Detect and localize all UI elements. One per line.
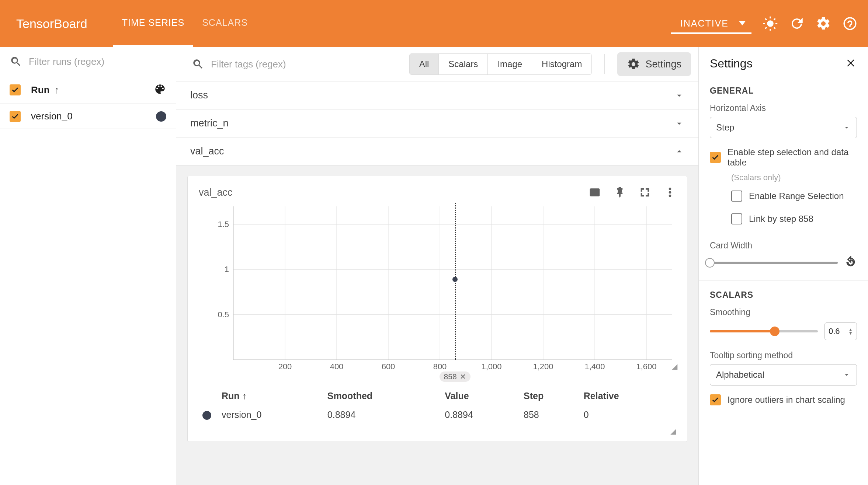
section-scalars-label: SCALARS xyxy=(710,290,857,300)
close-icon[interactable]: ✕ xyxy=(460,372,466,381)
runs-header-label: Run ↑ xyxy=(31,84,143,96)
cell-value: 0.8894 xyxy=(442,406,520,424)
run-checkbox[interactable] xyxy=(10,111,21,122)
settings-panel: Settings GENERAL Horizontal Axis Step En… xyxy=(698,47,868,485)
y-tick: 0.5 xyxy=(218,310,229,320)
checkbox-checked-icon xyxy=(710,394,721,405)
palette-icon[interactable] xyxy=(154,83,166,97)
search-icon xyxy=(192,58,204,70)
fit-icon[interactable] xyxy=(589,186,601,198)
th-value[interactable]: Value xyxy=(442,387,520,405)
checkbox-checked-icon xyxy=(710,152,721,163)
toolbar-divider xyxy=(604,54,605,74)
pill-histogram[interactable]: Histogram xyxy=(532,54,591,74)
run-row[interactable]: version_0 xyxy=(0,104,176,129)
th-step[interactable]: Step xyxy=(521,387,580,405)
svg-point-0 xyxy=(767,20,774,27)
section-general-label: GENERAL xyxy=(710,86,857,96)
row-color-swatch xyxy=(202,411,211,420)
pin-icon[interactable] xyxy=(614,186,626,198)
app-title: TensorBoard xyxy=(16,17,87,31)
card-val-acc: val_acc ◢ 2004006008001,0001,2001,4001,6… xyxy=(187,176,687,442)
tags-filter-input[interactable] xyxy=(211,59,402,70)
reset-icon[interactable] xyxy=(844,256,857,270)
search-icon xyxy=(10,55,22,68)
brightness-icon[interactable] xyxy=(763,16,778,31)
y-tick: 1.5 xyxy=(218,220,229,229)
more-vert-icon[interactable] xyxy=(664,186,676,198)
settings-title: Settings xyxy=(710,57,753,70)
runs-header-row[interactable]: Run ↑ xyxy=(0,76,176,104)
card-width-slider[interactable] xyxy=(710,262,838,264)
enable-range-check[interactable]: Enable Range Selection xyxy=(731,191,857,202)
group-loss[interactable]: loss xyxy=(176,81,698,109)
data-point[interactable] xyxy=(452,277,458,282)
card-width-label: Card Width xyxy=(710,241,857,251)
ignore-outliers-check[interactable]: Ignore outliers in chart scaling xyxy=(710,394,857,405)
smoothing-slider[interactable] xyxy=(710,330,818,332)
main-pane: All Scalars Image Histogram Settings los… xyxy=(176,47,698,485)
header-icon-group xyxy=(763,16,858,31)
enable-step-check[interactable]: Enable step selection and data table xyxy=(710,147,857,168)
x-tick: 600 xyxy=(382,360,395,371)
resize-handle-icon[interactable]: ◢ xyxy=(670,427,676,435)
main-toolbar: All Scalars Image Histogram Settings xyxy=(176,47,698,81)
tab-time-series[interactable]: TIME SERIES xyxy=(113,0,193,47)
select-all-checkbox[interactable] xyxy=(10,84,21,95)
resize-handle-icon[interactable]: ◢ xyxy=(672,362,677,371)
group-val-acc[interactable]: val_acc xyxy=(176,137,698,165)
svg-line-8 xyxy=(774,18,775,20)
runs-filter-input[interactable] xyxy=(29,56,166,67)
svg-point-12 xyxy=(669,191,671,193)
select-value: Alphabetical xyxy=(716,370,764,380)
close-icon[interactable] xyxy=(846,57,857,70)
x-tick: 1,400 xyxy=(584,360,605,371)
app-header: TensorBoard TIME SERIES SCALARS INACTIVE xyxy=(0,0,868,47)
th-relative[interactable]: Relative xyxy=(581,387,675,405)
gear-icon[interactable] xyxy=(816,16,831,31)
refresh-icon[interactable] xyxy=(789,16,805,31)
svg-point-11 xyxy=(669,188,671,190)
x-tick: 1,200 xyxy=(533,360,553,371)
smoothing-input[interactable]: 0.6 ▲▼ xyxy=(824,322,857,340)
step-badge[interactable]: 858✕ xyxy=(440,371,471,382)
link-step-check[interactable]: Link by step 858 xyxy=(731,213,857,224)
pill-all[interactable]: All xyxy=(410,54,439,74)
cell-run: version_0 xyxy=(219,406,324,424)
chart[interactable]: ◢ 2004006008001,0001,2001,4001,6000.511.… xyxy=(211,203,676,369)
tab-scalars[interactable]: SCALARS xyxy=(193,0,257,47)
runs-sidebar: Run ↑ version_0 xyxy=(0,47,176,485)
chevron-down-icon xyxy=(674,90,684,101)
x-tick: 200 xyxy=(278,360,292,371)
group-label: metric_n xyxy=(190,118,229,129)
cell-step: 858 xyxy=(521,406,580,424)
select-value: Step xyxy=(716,122,734,133)
horizontal-axis-select[interactable]: Step xyxy=(710,117,857,138)
pill-scalars[interactable]: Scalars xyxy=(439,54,488,74)
tooltip-sort-select[interactable]: Alphabetical xyxy=(710,364,857,385)
card-title: val_acc xyxy=(199,187,233,198)
run-color-swatch[interactable] xyxy=(156,111,166,122)
svg-point-13 xyxy=(669,195,671,197)
th-smoothed[interactable]: Smoothed xyxy=(324,387,441,405)
pill-image[interactable]: Image xyxy=(488,54,532,74)
svg-line-7 xyxy=(765,27,767,29)
th-run[interactable]: Run ↑ xyxy=(219,387,324,405)
table-header-row: Run ↑ Smoothed Value Step Relative xyxy=(199,387,675,405)
svg-line-5 xyxy=(765,18,767,20)
stepper-icon: ▲▼ xyxy=(848,328,853,335)
plugin-selector[interactable]: INACTIVE xyxy=(671,14,751,34)
x-tick: 400 xyxy=(330,360,344,371)
fullscreen-icon[interactable] xyxy=(639,186,651,198)
group-label: loss xyxy=(190,90,208,101)
settings-button[interactable]: Settings xyxy=(617,52,691,76)
sort-arrow-icon: ↑ xyxy=(55,84,59,95)
chevron-down-icon xyxy=(739,21,746,25)
help-icon[interactable] xyxy=(842,16,858,31)
horizontal-axis-label: Horizontal Axis xyxy=(710,103,857,113)
svg-point-10 xyxy=(594,192,596,193)
table-row[interactable]: version_0 0.8894 0.8894 858 0 xyxy=(199,406,675,424)
group-metric-n[interactable]: metric_n xyxy=(176,109,698,137)
chevron-up-icon xyxy=(674,146,684,157)
chevron-down-icon xyxy=(674,118,684,129)
